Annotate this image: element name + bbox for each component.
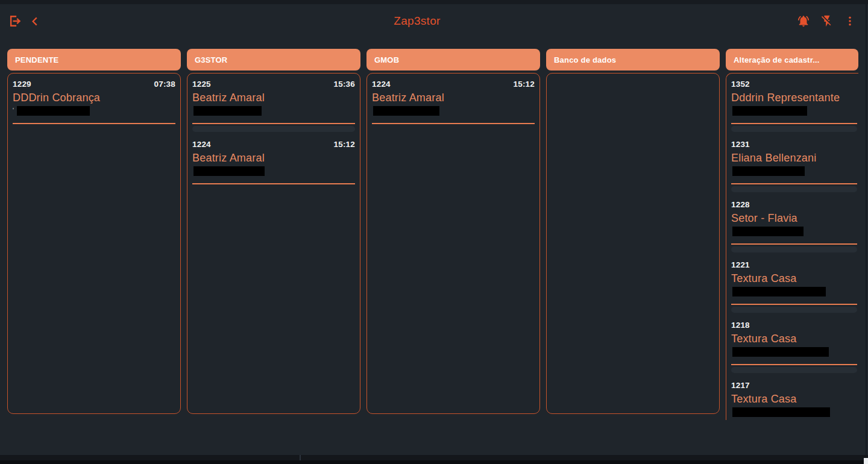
- card-divider: [192, 123, 355, 124]
- kanban-card[interactable]: 1231Eliana Bellenzani: [731, 134, 857, 184]
- column-title: G3STOR: [195, 55, 227, 64]
- chevron-left-icon: [30, 16, 40, 27]
- topbar-left-group: [8, 14, 40, 28]
- kanban-column: G3STOR122515:36Beatriz Amaral122415:12Be…: [187, 49, 360, 414]
- kanban-card[interactable]: 1352Dddrin Representante: [731, 74, 857, 124]
- kebab-menu-icon: [844, 15, 856, 27]
- column-header[interactable]: G3STOR: [187, 49, 360, 71]
- card-divider: [192, 183, 355, 184]
- kanban-card[interactable]: 1221Textura Casa: [731, 254, 857, 305]
- contact-name: Beatriz Amaral: [192, 92, 355, 104]
- ticket-number: 1217: [731, 381, 750, 390]
- kanban-board: PENDENTE122907:38DDDrin Cobrança'G3STOR1…: [0, 49, 868, 420]
- kanban-column: GMOB122415:12Beatriz Amaral: [366, 49, 540, 414]
- contact-name: Textura Casa: [731, 393, 857, 406]
- card-divider: [731, 243, 857, 245]
- kanban-card[interactable]: 1228Setor - Flavia: [731, 194, 857, 245]
- ticket-number: 1352: [731, 80, 750, 89]
- back-button[interactable]: [30, 16, 40, 27]
- card-header-row: 122415:12: [192, 134, 355, 149]
- logout-button[interactable]: [8, 14, 22, 28]
- kanban-column: Banco de dados: [546, 49, 720, 414]
- redacted-phone-bar: [732, 287, 826, 296]
- kanban-column: Alteração de cadastr...1352Dddrin Repres…: [726, 49, 858, 420]
- bottom-status-bar: [0, 455, 868, 460]
- redaction-row: [731, 166, 857, 176]
- redacted-phone-bar: [17, 106, 90, 116]
- column-header[interactable]: GMOB: [366, 49, 540, 71]
- ticket-time: 15:36: [333, 80, 355, 89]
- card-gap-strip: [731, 307, 857, 313]
- redaction-row: [192, 166, 355, 176]
- status-bar-divider: [300, 455, 301, 460]
- card-header-row: 1218: [731, 315, 857, 330]
- card-divider: [731, 304, 857, 305]
- card-divider: [731, 364, 857, 365]
- card-header-row: 122907:38: [13, 74, 175, 89]
- contact-name: Setor - Flavia: [731, 212, 857, 225]
- redacted-phone-bar: [732, 407, 830, 417]
- redaction-row: [731, 407, 857, 417]
- topbar: Zap3stor: [0, 4, 868, 38]
- contact-name: Textura Casa: [731, 272, 857, 285]
- redacted-phone-bar: [732, 227, 804, 236]
- kanban-card[interactable]: 122515:36Beatriz Amaral: [192, 74, 355, 124]
- resize-corner[interactable]: [864, 458, 868, 464]
- redaction-row: [731, 227, 857, 236]
- redacted-phone-bar: [732, 166, 805, 176]
- card-header-row: 1228: [731, 194, 857, 209]
- ticket-number: 1224: [372, 80, 391, 89]
- redacted-phone-bar: [373, 106, 439, 116]
- card-divider: [731, 123, 857, 124]
- window-top-strip: [0, 0, 868, 4]
- more-options-button[interactable]: [844, 15, 856, 27]
- card-gap-strip: [731, 186, 857, 192]
- ticket-time: 15:12: [333, 140, 355, 149]
- ticket-number: 1228: [731, 200, 750, 209]
- ticket-number: 1218: [731, 321, 750, 330]
- column-header[interactable]: PENDENTE: [7, 49, 181, 71]
- ticket-number: 1229: [13, 80, 31, 89]
- contact-name: Beatriz Amaral: [372, 92, 535, 104]
- card-header-row: 1231: [731, 134, 857, 149]
- card-header-row: 1352: [731, 74, 857, 89]
- column-title: Alteração de cadastr...: [734, 55, 820, 64]
- ticket-number: 1225: [192, 80, 211, 89]
- flash-off-button[interactable]: [820, 14, 834, 28]
- kanban-card[interactable]: 1217Textura Casa: [731, 375, 857, 417]
- logout-icon: [8, 14, 22, 28]
- contact-name: Textura Casa: [731, 333, 857, 345]
- contact-name: Dddrin Representante: [731, 92, 857, 104]
- column-cards-area: 1352Dddrin Representante1231Eliana Belle…: [726, 73, 858, 420]
- column-header[interactable]: Banco de dados: [546, 49, 720, 71]
- notifications-button[interactable]: [797, 14, 810, 28]
- redacted-phone-bar: [732, 347, 829, 357]
- card-gap-strip: [731, 126, 857, 132]
- ticket-number: 1224: [192, 140, 211, 149]
- redaction-row: ': [13, 106, 175, 116]
- redaction-row: [192, 106, 355, 116]
- card-gap-strip: [192, 126, 355, 132]
- column-title: Banco de dados: [554, 55, 616, 64]
- page-title: Zap3stor: [0, 4, 834, 38]
- column-cards-area: 122515:36Beatriz Amaral122415:12Beatriz …: [187, 73, 360, 414]
- column-cards-area: [546, 73, 720, 414]
- card-divider: [372, 123, 535, 124]
- contact-name: Beatriz Amaral: [192, 152, 355, 165]
- kanban-card[interactable]: 122415:12Beatriz Amaral: [192, 134, 355, 184]
- kanban-card[interactable]: 122415:12Beatriz Amaral: [372, 74, 535, 124]
- kanban-column: PENDENTE122907:38DDDrin Cobrança': [7, 49, 181, 414]
- card-gap-strip: [731, 246, 857, 252]
- card-header-row: 122415:12: [372, 74, 535, 89]
- flash-off-icon: [820, 14, 834, 28]
- column-header[interactable]: Alteração de cadastr...: [726, 49, 858, 71]
- redaction-row: [731, 287, 857, 296]
- kanban-card[interactable]: 122907:38DDDrin Cobrança': [13, 74, 175, 124]
- contact-name: DDDrin Cobrança: [13, 92, 175, 104]
- column-cards-area: 122907:38DDDrin Cobrança': [7, 73, 181, 414]
- contact-name: Eliana Bellenzani: [731, 152, 857, 165]
- redaction-artifact: ': [13, 106, 14, 116]
- column-title: GMOB: [374, 55, 399, 64]
- kanban-card[interactable]: 1218Textura Casa: [731, 315, 857, 365]
- notifications-bell-icon: [797, 14, 810, 28]
